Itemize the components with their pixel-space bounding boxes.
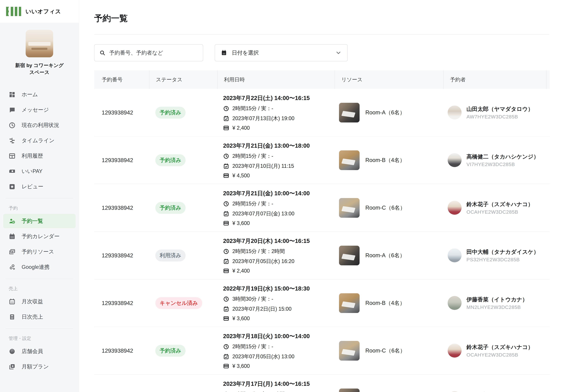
clock-icon — [223, 296, 229, 302]
status-cell: 予約済み — [149, 202, 217, 214]
usage-duration-line: 2時間15分 / 実：2時間 — [223, 248, 335, 255]
date-select[interactable]: 日付を選択 — [215, 44, 348, 61]
table-row[interactable]: 1293938942 予約済み 2023年7月21日(金) 13:00〜18:0… — [94, 137, 550, 184]
member-face-icon — [9, 348, 15, 355]
star-icon — [9, 183, 15, 190]
usage-duration: 2時間15分 / 実：2時間 — [232, 248, 285, 255]
usage-duration-line: 2時間15分 / 実：- — [223, 200, 335, 207]
usage-booked-line: 2023年07月10日(月) 11:15 — [223, 163, 335, 170]
booker-info: 山田太郎（ヤマダタロウ） AW7HYE2W3DC285B — [466, 106, 533, 119]
table-row[interactable]: 1293938942 予約済み 2023年7月21日(金) 10:00〜14:0… — [94, 184, 550, 232]
credit-card-icon — [223, 268, 229, 274]
sidebar-item-label: 予約一覧 — [22, 217, 43, 225]
sidebar-item-store-members[interactable]: 店舗会員 — [3, 344, 76, 359]
booker-cell: 伊藤香菜（イトウカナ） MN2LHYE2W3DC285B — [443, 296, 546, 310]
venue-name-line1: 新宿 by コワーキング — [4, 62, 74, 69]
sidebar-item-label: 現在の利用状況 — [22, 122, 59, 129]
booker-id: AW7HYE2W3DC285B — [466, 114, 533, 120]
sidebar-item-label: 店舗会員 — [22, 348, 43, 355]
table-row[interactable]: 1293938942 キャンセル済み 2022年7月19日(水) 15:00〜1… — [94, 279, 550, 327]
room-photo — [339, 246, 360, 265]
avatar — [448, 344, 462, 358]
usage-datetime: 2023年7月21日(金) 13:00〜18:00 — [223, 142, 335, 150]
brand-logo-icon — [6, 7, 21, 16]
table-header: 予約番号 ステータス 利用日時 リソース 予約者 — [94, 70, 550, 89]
usage-booked-line: 2023年07月07日(金) 13:00 — [223, 210, 335, 217]
sidebar-item-reservation-calendar[interactable]: 予約カレンダー — [3, 229, 76, 244]
room-label: Room-C（6名） — [365, 204, 406, 211]
usage-duration-line: 2時間15分 / 実：- — [223, 105, 335, 112]
credit-card-icon — [223, 315, 229, 322]
status-cell: 予約済み — [149, 107, 217, 119]
table-row[interactable]: 1293938942 利用済み 2023年7月17日(月) 14:00〜16:1… — [94, 375, 550, 392]
usage-price: ¥ 2,400 — [232, 125, 250, 131]
status-badge: 予約済み — [155, 154, 186, 166]
sidebar-item-google-sync[interactable]: Google連携 — [3, 260, 76, 274]
room-photo — [339, 103, 360, 123]
usage-cell: 2022年7月19日(水) 15:00〜18:30 3時間30分 / 実：- 2… — [217, 285, 335, 322]
usage-duration: 2時間15分 / 実：- — [232, 153, 273, 160]
table-row[interactable]: 1293938942 利用済み 2023年7月20日(木) 14:00〜16:1… — [94, 232, 550, 279]
usage-booked-at: 2023年07月10日(月) 11:15 — [232, 163, 294, 170]
booker-id: VI7HYE2W3DC285B — [466, 162, 539, 167]
booker-info: 伊藤香菜（イトウカナ） MN2LHYE2W3DC285B — [466, 296, 528, 310]
sidebar-item-current-usage[interactable]: 現在の利用状況 — [3, 118, 76, 132]
column-header-resource: リソース — [335, 70, 443, 89]
column-header-spacer — [546, 70, 553, 89]
venue-card: 新宿 by コワーキング スペース — [0, 23, 79, 82]
money-icon — [9, 168, 15, 175]
sidebar-item-home[interactable]: ホーム — [3, 87, 76, 102]
usage-booked-line: 2023年07月05日(水) 16:20 — [223, 258, 335, 265]
dashboard-icon — [9, 91, 15, 98]
resource-cell: Room-A（6名） — [335, 103, 443, 123]
avatar — [448, 296, 462, 310]
sidebar-item-reviews[interactable]: レビュー — [3, 179, 76, 194]
table-row[interactable]: 1293938942 予約済み 2023年7月18日(火) 10:00〜14:0… — [94, 327, 550, 375]
sidebar-item-label: メッセージ — [22, 106, 49, 113]
search-input[interactable] — [109, 50, 198, 56]
room-photo — [339, 293, 360, 313]
usage-booked-line: 2023年07月13日(木) 19:00 — [223, 115, 335, 122]
sidebar-item-reservation-list[interactable]: 予約一覧 — [3, 214, 76, 228]
resource-cell: Room-C（6名） — [335, 341, 443, 361]
room-label: Room-B（4名） — [365, 299, 405, 307]
sidebar-divider — [5, 279, 73, 279]
reservation-admin-app: { "brand": { "name": "いいオフィス" }, "venue"… — [0, 0, 565, 392]
table-row[interactable]: 1293938942 予約済み 2023年7月22日(土) 14:00〜16:1… — [94, 89, 550, 137]
clock-icon — [223, 248, 229, 254]
room-label: Room-C（6名） — [365, 347, 406, 354]
sidebar-item-daily-sales[interactable]: 日次売上 — [3, 310, 76, 324]
chat-icon — [9, 107, 15, 113]
usage-datetime: 2023年7月22日(土) 14:00〜16:15 — [223, 94, 335, 102]
booking-number: 1293938942 — [94, 348, 149, 354]
sidebar-item-usage-history[interactable]: 利用履歴 — [3, 149, 76, 163]
usage-price: ¥ 3,600 — [232, 363, 250, 369]
sidebar-item-messages[interactable]: メッセージ — [3, 103, 76, 117]
usage-duration: 3時間30分 / 実：- — [232, 295, 273, 303]
sidebar-item-monthly-revenue[interactable]: 月次収益 — [3, 294, 76, 309]
booking-number: 1293938942 — [94, 252, 149, 259]
avatar — [448, 391, 462, 392]
sidebar-item-label: 予約カレンダー — [22, 233, 59, 240]
booker-id: OCAHYE2W3DC285B — [466, 209, 533, 215]
sidebar-item-monthly-plans[interactable]: 月額プラン — [3, 359, 76, 374]
room-photo — [339, 389, 360, 392]
booker-info: 高橋健二（タカハシケンジ） VI7HYE2W3DC285B — [466, 153, 539, 167]
usage-cell: 2023年7月22日(土) 14:00〜16:15 2時間15分 / 実：- 2… — [217, 94, 335, 131]
sidebar-item-timeline[interactable]: タイムライン — [3, 133, 76, 148]
sidebar-item-reservation-resources[interactable]: 予約リソース — [3, 244, 76, 259]
booker-id: PS32HYE2W3DC285B — [466, 257, 539, 263]
usage-cell: 2023年7月20日(木) 14:00〜16:15 2時間15分 / 実：2時間… — [217, 237, 335, 274]
sidebar-divider — [5, 198, 73, 198]
sidebar-section-admin: 管理・設定 — [3, 333, 76, 343]
booker-name: 山田太郎（ヤマダタロウ） — [466, 106, 533, 113]
status-cell: 利用済み — [149, 250, 217, 261]
sidebar-item-iipay[interactable]: いいPAY — [3, 164, 76, 179]
booker-cell: 鈴木花子（スズキハナコ） OCAHYE2W3DC285B — [443, 201, 546, 215]
usage-price: ¥ 4,500 — [232, 173, 250, 179]
status-badge: キャンセル済み — [155, 297, 202, 309]
booker-info: 田中大輔（タナカダイスケ） PS32HYE2W3DC285B — [466, 248, 539, 262]
booker-cell: 山田太郎（ヤマダタロウ） AW7HYE2W3DC285B — [443, 106, 546, 119]
status-cell: 予約済み — [149, 345, 217, 357]
filter-bar: 日付を選択 — [94, 44, 549, 61]
